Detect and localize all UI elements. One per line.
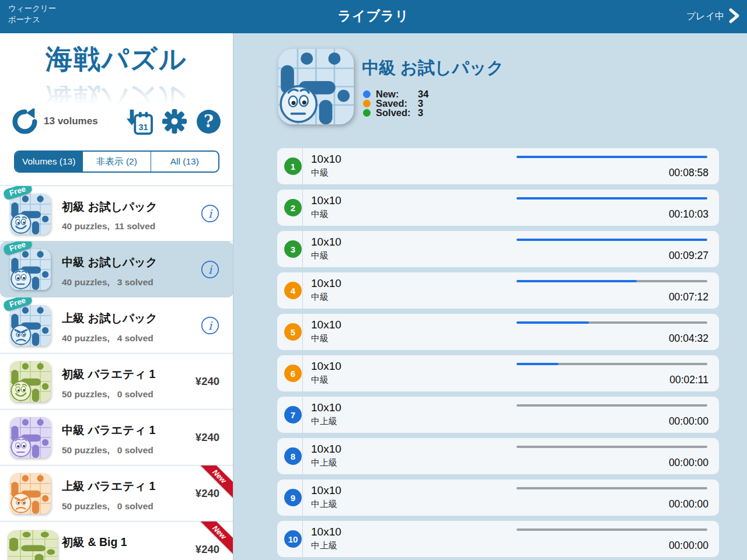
puzzle-level-label: 中級 [311,333,329,344]
puzzle-size-label: 10x10 [311,360,341,373]
puzzle-row[interactable]: 9 10x10 中上級 00:00:00 [277,480,719,516]
volume-title: 初級 バラエティ 1 [62,366,155,382]
puzzle-level-label: 中級 [311,374,329,386]
settings-button[interactable] [162,108,187,134]
filter-tab-label: 非表示 (2) [96,156,137,168]
info-button[interactable]: i [201,204,219,223]
chevron-right-icon [728,8,740,26]
now-playing-label: プレイ中 [686,10,724,23]
puzzle-number-badge: 2 [284,199,302,216]
price-label: ¥240 [196,375,219,388]
volume-list-item[interactable]: New 初級 & Big 1 ¥240 [0,522,233,560]
svg-text:i: i [208,318,213,331]
puzzle-time-label: 00:00:00 [669,415,708,428]
puzzle-row[interactable]: 2 10x10 中級 00:10:03 [277,190,719,226]
progress-bar [516,487,707,489]
puzzle-level-label: 中級 [311,250,329,261]
puzzle-number-badge: 4 [284,282,302,299]
row-divider [302,521,303,557]
price-label: ¥240 [196,543,219,556]
progress-bar [516,321,707,324]
stat-label: Solved: [376,107,418,118]
puzzle-level-label: 中上級 [311,540,337,551]
volume-list-item[interactable]: Free 上級 お試しパック 40 puzzles, 4 solved i [0,298,233,354]
volume-list-item[interactable]: 中級 バラエティ 1 50 puzzles, 0 solved ¥240 [0,410,233,466]
svg-text:?: ? [204,111,214,131]
volume-list: Free 初級 お試しパック 40 puzzles, 11 solved i [0,186,233,560]
puzzle-time-label: 00:09:27 [669,250,708,262]
filter-tabs: Volumes (13) 非表示 (2) All (13) [14,150,219,173]
volumes-count-label: 13 volumes [44,116,98,127]
sidebar: 海戦パズル 海戦パズル 13 volumes 31 [0,33,233,560]
puzzle-number-badge: 10 [284,530,302,548]
puzzle-number-badge: 3 [284,240,302,258]
puzzle-level-label: 中級 [311,167,329,178]
now-playing-button[interactable]: プレイ中 [686,0,740,33]
gear-icon [162,108,187,134]
puzzle-row[interactable]: 4 10x10 中級 00:07:12 [277,272,719,309]
progress-fill [516,197,707,200]
volume-pack-icon [7,530,58,560]
download-calendar-icon: 31 [124,107,153,135]
filter-tab[interactable]: All (13) [151,152,218,172]
puzzle-row[interactable]: 3 10x10 中級 00:09:27 [277,231,719,267]
puzzle-row[interactable]: 8 10x10 中上級 00:00:00 [277,438,719,474]
volume-title: 中級 バラエティ 1 [62,422,155,438]
puzzle-number-badge: 8 [284,447,302,465]
puzzle-number-badge: 6 [284,365,302,382]
volume-list-item[interactable]: New 上級 バラエティ 1 50 puzzles, 0 solved ¥240 [0,466,233,522]
row-divider [302,480,303,516]
volume-pack-icon [9,473,51,514]
volume-list-item[interactable]: Free 初級 お試しパック 40 puzzles, 11 solved i [0,186,233,242]
puzzle-time-label: 00:07:12 [669,291,708,303]
stat-value: 3 [418,107,423,118]
weekly-bonus-line2: ボーナス [8,15,56,26]
info-icon: i [201,260,219,279]
puzzle-time-label: 00:02:11 [669,374,708,386]
volume-pack-icon [9,249,51,290]
help-button[interactable]: ? [196,109,221,134]
puzzle-size-label: 10x10 [311,484,341,497]
progress-bar [516,528,707,531]
filter-tab[interactable]: 非表示 (2) [82,152,150,172]
row-divider [302,314,303,350]
volume-subtitle: 50 puzzles, 0 solved [62,445,153,456]
puzzle-row[interactable]: 5 10x10 中級 00:04:32 [277,314,719,350]
puzzle-time-label: 00:04:32 [669,332,708,345]
row-divider [302,231,303,267]
info-icon: i [201,204,219,223]
download-calendar-button[interactable]: 31 [124,107,153,135]
volume-subtitle: 40 puzzles, 3 solved [62,277,153,288]
info-button[interactable]: i [201,260,219,279]
puzzle-row[interactable]: 1 10x10 中級 00:08:58 [277,148,719,184]
volume-title: 上級 お試しパック [62,310,158,326]
volume-list-item[interactable]: 初級 バラエティ 1 50 puzzles, 0 solved ¥240 [0,354,233,410]
refresh-button[interactable] [12,108,38,135]
puzzle-row[interactable]: 10 10x10 中上級 00:00:00 [277,521,719,557]
volume-title: 初級 お試しパック [62,199,158,215]
row-divider [302,355,303,391]
volume-title: 中級 お試しパック [62,254,158,270]
puzzle-row[interactable]: 6 10x10 中級 00:02:11 [277,355,719,391]
puzzle-size-label: 10x10 [311,236,341,249]
puzzle-time-label: 00:10:03 [669,208,708,220]
library-screen: ウィークリー ボーナス ライブラリ プレイ中 海戦パズル 海戦パズル 13 vo… [0,0,747,560]
puzzle-number-badge: 5 [284,323,302,341]
info-icon: i [201,316,219,335]
price-label: ¥240 [196,431,219,444]
progress-bar [516,363,707,365]
volume-list-item[interactable]: Free 中級 お試しパック 40 puzzles, 3 solved i [0,242,233,298]
weekly-bonus-button[interactable]: ウィークリー ボーナス [8,4,56,26]
puzzle-time-label: 00:00:00 [669,498,708,510]
puzzle-level-label: 中級 [311,209,329,220]
puzzle-row[interactable]: 7 10x10 中上級 00:00:00 [277,397,719,433]
filter-tab[interactable]: Volumes (13) [15,152,82,172]
question-icon: ? [196,109,221,134]
info-button[interactable]: i [201,316,219,335]
volume-pack-icon [9,360,51,402]
top-navigation-bar: ウィークリー ボーナス ライブラリ プレイ中 [0,0,747,33]
row-divider [302,190,303,226]
puzzle-number-badge: 7 [284,406,302,424]
volume-subtitle: 50 puzzles, 0 solved [62,501,153,512]
svg-text:31: 31 [139,123,148,132]
